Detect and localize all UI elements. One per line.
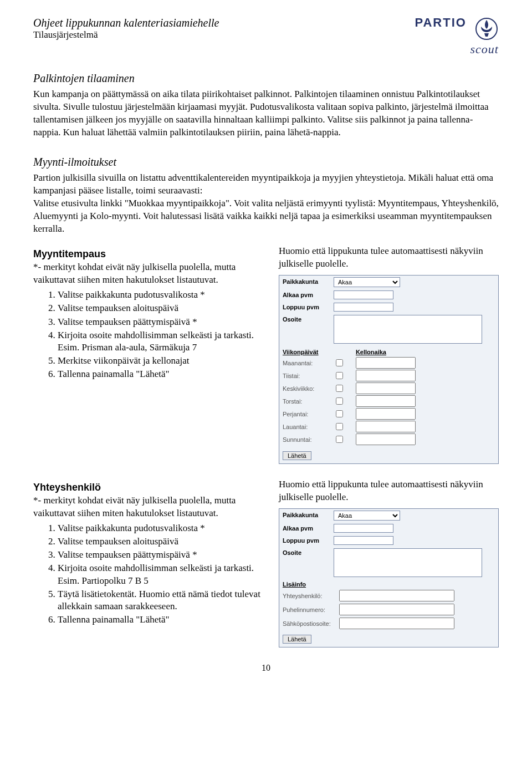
yhteyshenkilo-steps: Valitse paikkakunta pudotusvalikosta * V… bbox=[33, 522, 264, 626]
label-puhelin: Puhelinnumero: bbox=[283, 606, 339, 613]
section-myynti-title: Myynti-ilmoitukset bbox=[33, 156, 499, 169]
osoite-textarea[interactable] bbox=[334, 548, 482, 577]
myyntitempaus-heading: Myyntitempaus bbox=[33, 248, 264, 260]
myyntitempaus-steps: Valitse paikkakunta pudotusvalikosta * V… bbox=[33, 289, 264, 380]
label-lisainfo: Lisäinfo bbox=[283, 580, 495, 589]
day-checkbox[interactable] bbox=[336, 397, 343, 405]
day-label: Maanantai: bbox=[283, 360, 334, 366]
label-loppuu: Loppuu pvm bbox=[283, 536, 334, 544]
step: Kirjoita osoite mahdollisimman selkeästi… bbox=[58, 562, 264, 586]
label-alkaa: Alkaa pvm bbox=[283, 524, 334, 532]
myyntitempaus-form: Paikkakunta Akaa Alkaa pvm Loppuu pvm bbox=[279, 275, 499, 464]
page-header: Ohjeet lippukunnan kalenteriasiamiehelle… bbox=[33, 17, 499, 55]
step: Valitse paikkakunta pudotusvalikosta * bbox=[58, 289, 264, 301]
label-osoite: Osoite bbox=[283, 548, 334, 556]
osoite-textarea[interactable] bbox=[334, 315, 482, 344]
myyntitempaus-right-note: Huomio että lippukunta tulee automaattis… bbox=[279, 245, 499, 271]
day-label: Lauantai: bbox=[283, 424, 334, 430]
page-number: 10 bbox=[33, 663, 499, 673]
doc-title: Ohjeet lippukunnan kalenteriasiamiehelle bbox=[33, 17, 415, 29]
label-alkaa: Alkaa pvm bbox=[283, 290, 334, 298]
day-time-input[interactable] bbox=[356, 395, 416, 407]
label-paikkakunta: Paikkakunta bbox=[283, 511, 334, 518]
step: Tallenna painamalla "Lähetä" bbox=[58, 614, 264, 626]
day-label: Keskiviikko: bbox=[283, 385, 334, 392]
submit-button[interactable]: Lähetä bbox=[283, 635, 311, 644]
day-time-input[interactable] bbox=[356, 382, 416, 394]
step: Valitse tempauksen aloituspäivä bbox=[58, 302, 264, 314]
day-time-input[interactable] bbox=[356, 434, 416, 445]
yhteyshenkilo-right-note: Huomio että lippukunta tulee automaattis… bbox=[279, 478, 499, 504]
section-palkintojen-body: Kun kampanja on päättymässä on aika tila… bbox=[33, 88, 499, 139]
yhteyshenkilo-heading: Yhteyshenkilö bbox=[33, 482, 264, 493]
day-label: Torstai: bbox=[283, 398, 334, 405]
logo-scout: scout bbox=[470, 42, 499, 56]
submit-button[interactable]: Lähetä bbox=[283, 451, 311, 460]
day-checkbox[interactable] bbox=[336, 410, 343, 417]
step: Merkitse viikonpäivät ja kellonajat bbox=[58, 355, 264, 367]
day-time-input[interactable] bbox=[356, 370, 416, 381]
day-checkbox[interactable] bbox=[336, 423, 343, 430]
day-time-input[interactable] bbox=[356, 421, 416, 432]
day-checkbox[interactable] bbox=[336, 436, 343, 443]
label-yhteyshenkilo: Yhteyshenkilö: bbox=[283, 593, 339, 599]
step: Kirjoita osoite mahdollisimman selkeästi… bbox=[58, 329, 264, 354]
day-label: Perjantai: bbox=[283, 411, 334, 417]
step: Valitse paikkakunta pudotusvalikosta * bbox=[58, 522, 264, 534]
day-checkbox[interactable] bbox=[336, 359, 343, 366]
day-label: Sunnuntai: bbox=[283, 436, 334, 443]
step: Valitse tempauksen aloituspäivä bbox=[58, 536, 264, 548]
day-checkbox[interactable] bbox=[336, 385, 343, 392]
fleur-de-lis-icon bbox=[474, 17, 499, 43]
doc-subtitle: Tilausjärjestelmä bbox=[33, 29, 415, 40]
label-sahkoposti: Sähköpostiosoite: bbox=[283, 620, 339, 627]
label-osoite: Osoite bbox=[283, 315, 334, 323]
col-viikonpaivat: Viikonpäivät bbox=[283, 349, 334, 355]
step: Valitse tempauksen päättymispäivä * bbox=[58, 316, 264, 328]
day-checkbox[interactable] bbox=[336, 372, 343, 379]
step: Valitse tempauksen päättymispäivä * bbox=[58, 549, 264, 561]
logo: PARTIO scout bbox=[415, 17, 499, 55]
paikkakunta-select[interactable]: Akaa bbox=[334, 277, 400, 287]
step: Tallenna painamalla "Lähetä" bbox=[58, 368, 264, 380]
yhteyshenkilo-input[interactable] bbox=[339, 590, 454, 601]
day-time-input[interactable] bbox=[356, 357, 416, 369]
label-loppuu: Loppuu pvm bbox=[283, 303, 334, 310]
puhelin-input[interactable] bbox=[339, 604, 454, 615]
yhteyshenkilo-note: *- merkityt kohdat eivät näy julkisella … bbox=[33, 494, 264, 520]
loppuu-input[interactable] bbox=[334, 303, 393, 312]
myyntitempaus-note: *- merkityt kohdat eivät näy julkisella … bbox=[33, 261, 264, 287]
col-kellonaika: Kellonaika bbox=[356, 349, 386, 355]
section-myynti-body: Partion julkisilla sivuilla on listattu … bbox=[33, 172, 499, 236]
step: Täytä lisätietokentät. Huomio että nämä … bbox=[58, 588, 264, 613]
loppuu-input[interactable] bbox=[334, 536, 393, 545]
yhteyshenkilo-form: Paikkakunta Akaa Alkaa pvm Loppuu pvm bbox=[279, 508, 499, 647]
alkaa-input[interactable] bbox=[334, 524, 393, 533]
day-time-input[interactable] bbox=[356, 408, 416, 420]
alkaa-input[interactable] bbox=[334, 290, 393, 299]
sahkoposti-input[interactable] bbox=[339, 618, 454, 629]
paikkakunta-select[interactable]: Akaa bbox=[334, 511, 400, 521]
day-label: Tiistai: bbox=[283, 373, 334, 379]
section-palkintojen-title: Palkintojen tilaaminen bbox=[33, 72, 499, 85]
label-paikkakunta: Paikkakunta bbox=[283, 277, 334, 285]
logo-partio: PARTIO bbox=[415, 16, 466, 29]
